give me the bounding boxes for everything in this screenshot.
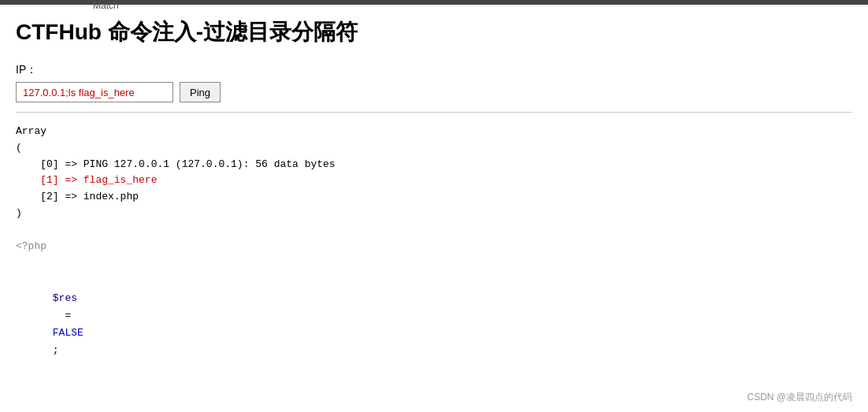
divider [16,112,852,113]
code-line-php-open: <?php [16,238,852,255]
val-false: FALSE [53,327,83,339]
code-section: <?php $res = FALSE ; if ( isset ( $_GET … [16,238,852,412]
op-eq: = [53,310,83,321]
page-title: CTFHub 命令注入-过滤目录分隔符 [16,17,852,47]
code-line-res: $res = FALSE ; [16,273,852,377]
output-section: Array ( [0] => PING 127.0.0.1 (127.0.0.1… [16,124,852,222]
main-content: CTFHub 命令注入-过滤目录分隔符 IP： Ping Array ( [0]… [0,5,868,412]
ip-row: Ping [16,82,852,102]
code-line-blank1 [16,255,852,273]
output-line-2: [0] => PING 127.0.0.1 (127.0.0.1): 56 da… [16,157,852,173]
ping-button[interactable]: Ping [180,82,221,102]
watermark: CSDN @凌晨四点的代码 [747,391,852,404]
ip-section: IP： Ping [16,63,852,102]
output-line-4: [2] => index.php [16,189,852,206]
ip-label: IP： [16,63,852,77]
semi: ; [53,344,59,356]
output-line-0: Array [16,124,852,140]
code-line-blank2 [16,377,852,395]
var-res: $res [53,292,77,304]
match-label: Match [93,0,119,11]
output-line-5: ) [16,206,852,222]
output-line-1: ( [16,140,852,157]
code-line-if: if ( isset ( $_GET [' ip ']) && $_GET ['… [16,395,852,412]
ip-input[interactable] [16,82,173,102]
output-line-3: [1] => flag_is_here [16,173,852,189]
